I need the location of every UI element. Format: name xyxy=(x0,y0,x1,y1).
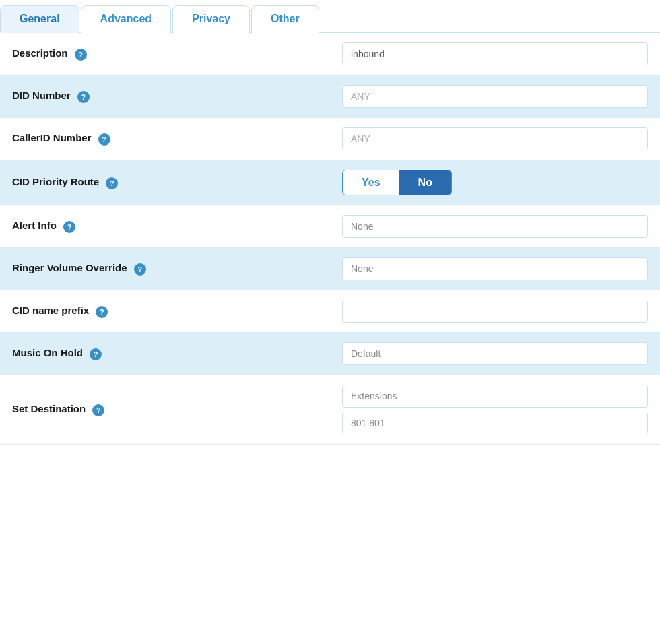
table-row: Music On Hold ?Default xyxy=(0,333,660,375)
field-label-text: Set Destination xyxy=(12,403,86,414)
label-music-on-hold: Music On Hold ? xyxy=(0,333,330,375)
field-label-text: Description xyxy=(12,47,68,59)
label-callerid-number: CallerID Number ? xyxy=(0,118,330,160)
select-music-on-hold[interactable]: Default xyxy=(342,342,648,365)
field-label-text: Ringer Volume Override xyxy=(12,262,127,273)
field-label-text: CallerID Number xyxy=(12,132,92,143)
toggle-yes-cid-priority-route[interactable]: Yes xyxy=(343,170,399,195)
help-icon[interactable]: ? xyxy=(98,133,110,146)
tab-privacy[interactable]: Privacy xyxy=(172,5,250,33)
form-table: Description ?DID Number ?CallerID Number… xyxy=(0,33,660,445)
input-description[interactable] xyxy=(342,42,648,65)
select-alert-info[interactable]: None xyxy=(342,215,648,238)
value-callerid-number xyxy=(330,118,660,160)
label-alert-info: Alert Info ? xyxy=(0,205,330,248)
input-cid-name-prefix[interactable] xyxy=(342,300,648,323)
table-row: CallerID Number ? xyxy=(0,118,660,160)
tab-advanced[interactable]: Advanced xyxy=(81,5,171,33)
field-label-text: Alert Info xyxy=(12,220,57,231)
value-description xyxy=(330,33,660,75)
label-set-destination: Set Destination ? xyxy=(0,375,330,445)
help-icon[interactable]: ? xyxy=(92,404,104,416)
table-row: Description ? xyxy=(0,33,660,75)
field-label-text: DID Number xyxy=(12,90,71,101)
help-icon[interactable]: ? xyxy=(134,263,146,276)
tab-advanced-label: Advanced xyxy=(100,13,152,24)
select-destination-type[interactable]: Extensions xyxy=(342,385,648,408)
input-destination-value[interactable] xyxy=(342,412,648,434)
value-cid-priority-route: YesNo xyxy=(330,160,660,205)
tab-general-label: General xyxy=(20,13,60,24)
help-icon[interactable]: ? xyxy=(96,306,108,318)
toggle-cid-priority-route: YesNo xyxy=(342,170,452,195)
field-label-text: CID Priority Route xyxy=(12,176,99,187)
value-alert-info: None xyxy=(330,205,660,248)
table-row: CID name prefix ? xyxy=(0,290,660,333)
tab-other-label: Other xyxy=(271,13,300,24)
label-description: Description ? xyxy=(0,33,330,75)
tab-privacy-label: Privacy xyxy=(192,13,230,24)
input-callerid-number[interactable] xyxy=(342,127,648,150)
help-icon[interactable]: ? xyxy=(106,177,118,189)
table-row: Set Destination ?Extensions xyxy=(0,375,660,445)
help-icon[interactable]: ? xyxy=(77,91,90,103)
input-did-number[interactable] xyxy=(342,85,648,108)
field-label-text: CID name prefix xyxy=(12,304,89,316)
table-row: Ringer Volume Override ?None xyxy=(0,248,660,290)
tab-other[interactable]: Other xyxy=(251,5,319,33)
tab-general[interactable]: General xyxy=(0,5,79,33)
label-cid-priority-route: CID Priority Route ? xyxy=(0,160,330,205)
label-ringer-volume-override: Ringer Volume Override ? xyxy=(0,248,330,290)
table-row: DID Number ? xyxy=(0,75,660,118)
toggle-no-cid-priority-route[interactable]: No xyxy=(399,170,451,195)
help-icon[interactable]: ? xyxy=(90,348,102,360)
help-icon[interactable]: ? xyxy=(63,221,75,233)
value-set-destination: Extensions xyxy=(330,375,660,445)
value-did-number xyxy=(330,75,660,118)
field-label-text: Music On Hold xyxy=(12,347,83,358)
help-icon[interactable]: ? xyxy=(75,49,87,61)
table-row: CID Priority Route ?YesNo xyxy=(0,160,660,205)
table-row: Alert Info ?None xyxy=(0,205,660,248)
value-ringer-volume-override: None xyxy=(330,248,660,290)
label-cid-name-prefix: CID name prefix ? xyxy=(0,290,330,333)
label-did-number: DID Number ? xyxy=(0,75,330,118)
value-music-on-hold: Default xyxy=(330,333,660,375)
tabs-container: General Advanced Privacy Other xyxy=(0,0,660,33)
select-ringer-volume-override[interactable]: None xyxy=(342,257,648,280)
value-cid-name-prefix xyxy=(330,290,660,333)
